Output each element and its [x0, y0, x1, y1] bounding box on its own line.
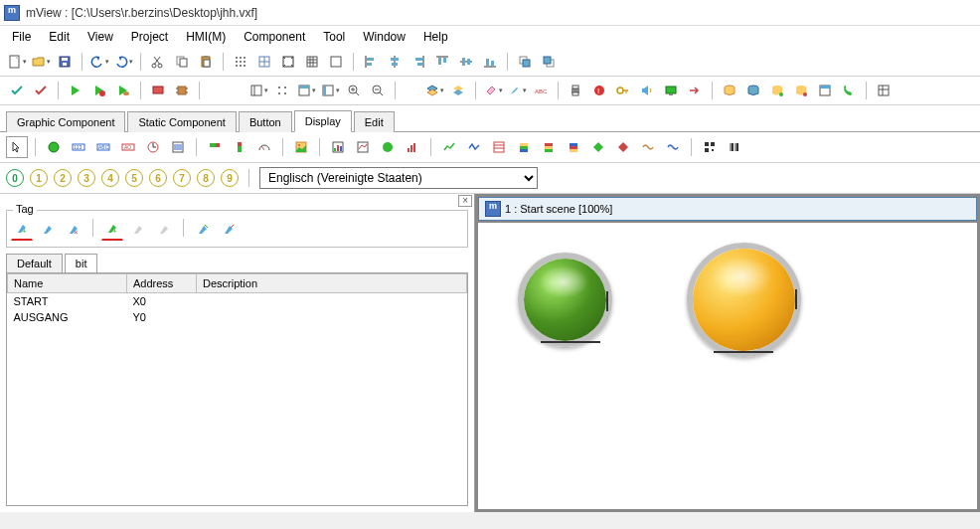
eraser-icon[interactable]: [482, 80, 504, 101]
menu-view[interactable]: View: [80, 28, 121, 46]
panel2-icon[interactable]: [295, 80, 317, 101]
fullscreen-button[interactable]: [277, 51, 299, 73]
db2-icon[interactable]: [742, 80, 764, 101]
col-address[interactable]: Address: [127, 274, 197, 293]
num-display-icon[interactable]: 123: [68, 136, 89, 158]
tag-group-add-icon[interactable]: +: [101, 219, 123, 241]
window-icon[interactable]: [814, 80, 836, 101]
dots-icon[interactable]: [271, 80, 293, 101]
stat-icon[interactable]: [402, 136, 423, 158]
panel3-icon[interactable]: [319, 80, 341, 101]
tab-button[interactable]: Button: [239, 111, 292, 132]
device-icon[interactable]: [147, 80, 169, 101]
play-red-icon[interactable]: [88, 80, 110, 101]
qr-icon[interactable]: [699, 136, 721, 158]
table2-icon[interactable]: [488, 136, 510, 158]
check1-icon[interactable]: [6, 80, 28, 101]
table-row[interactable]: START X0: [8, 293, 467, 310]
lang-5[interactable]: 5: [125, 169, 143, 187]
open-button[interactable]: [30, 51, 52, 73]
layer2-icon[interactable]: [447, 80, 469, 101]
lang-2[interactable]: 2: [54, 169, 72, 187]
col-description[interactable]: Description: [197, 274, 467, 293]
align-bottom-button[interactable]: [479, 51, 501, 73]
canvas-button[interactable]: [325, 51, 347, 73]
gauge-icon[interactable]: [253, 136, 275, 158]
list-icon[interactable]: [167, 136, 189, 158]
undo-button[interactable]: [88, 51, 110, 73]
lang-8[interactable]: 8: [197, 169, 215, 187]
zoom-out-icon[interactable]: [367, 80, 389, 101]
play-green-icon[interactable]: [65, 80, 86, 101]
align-right-button[interactable]: [408, 51, 429, 73]
menu-help[interactable]: Help: [415, 28, 456, 46]
cut-button[interactable]: [147, 51, 169, 73]
menu-hmi[interactable]: HMI(M): [178, 28, 234, 46]
menu-tool[interactable]: Tool: [315, 28, 353, 46]
lang-9[interactable]: 9: [221, 169, 239, 187]
diamond-green-icon[interactable]: [587, 136, 609, 158]
check2-icon[interactable]: [30, 80, 52, 101]
layer-icon[interactable]: [423, 80, 445, 101]
tag-export-icon[interactable]: [218, 219, 240, 241]
tab-graphic-component[interactable]: Graphic Component: [6, 111, 125, 132]
lamp-green[interactable]: [518, 253, 612, 347]
tag-import-icon[interactable]: [192, 219, 214, 241]
menu-project[interactable]: Project: [123, 28, 176, 46]
tab-edit[interactable]: Edit: [354, 111, 395, 132]
send-back-button[interactable]: [538, 51, 560, 73]
lang-1[interactable]: 1: [30, 169, 48, 187]
bring-front-button[interactable]: [514, 51, 536, 73]
tag-tab-bit[interactable]: bit: [65, 254, 98, 272]
menu-edit[interactable]: Edit: [41, 28, 78, 46]
bar1-icon[interactable]: [204, 136, 226, 158]
tag-edit-icon[interactable]: [37, 219, 59, 241]
arrow-icon[interactable]: [684, 80, 706, 101]
brush-icon[interactable]: [506, 80, 528, 101]
scene-canvas[interactable]: [478, 223, 977, 509]
panel1-icon[interactable]: [247, 80, 269, 101]
speaker-icon[interactable]: [636, 80, 658, 101]
panel-close-icon[interactable]: ×: [458, 195, 472, 207]
trend1-icon[interactable]: [438, 136, 460, 158]
lamp-orange[interactable]: [687, 243, 801, 357]
ao-icon[interactable]: AO: [117, 136, 139, 158]
abc-display-icon[interactable]: ABC: [92, 136, 114, 158]
align-top-button[interactable]: [431, 51, 453, 73]
db4-icon[interactable]: [790, 80, 812, 101]
language-select[interactable]: Englisch (Vereinigte Staaten): [259, 167, 538, 189]
grid-lines-button[interactable]: [253, 51, 275, 73]
grid-table-button[interactable]: [301, 51, 323, 73]
copy-button[interactable]: [171, 51, 193, 73]
chart2-icon[interactable]: [352, 136, 374, 158]
bar2-icon[interactable]: [229, 136, 250, 158]
print-icon[interactable]: [565, 80, 586, 101]
db1-icon[interactable]: [719, 80, 740, 101]
diamond-red-icon[interactable]: [612, 136, 634, 158]
circle-green-icon[interactable]: [43, 136, 65, 158]
wave2-icon[interactable]: [662, 136, 684, 158]
redo-button[interactable]: [112, 51, 134, 73]
zoom-in-icon[interactable]: [343, 80, 365, 101]
tab-static-component[interactable]: Static Component: [127, 111, 236, 132]
new-button[interactable]: [6, 51, 28, 73]
wave1-icon[interactable]: [637, 136, 659, 158]
phone-icon[interactable]: [838, 80, 860, 101]
tag-tab-default[interactable]: Default: [6, 254, 63, 272]
trend2-icon[interactable]: [463, 136, 485, 158]
save-button[interactable]: [54, 51, 76, 73]
tag-group-del-icon[interactable]: [153, 219, 175, 241]
chart1-icon[interactable]: [327, 136, 349, 158]
table-row[interactable]: AUSGANG Y0: [8, 309, 467, 325]
play-db-icon[interactable]: [112, 80, 134, 101]
warn-icon[interactable]: !: [588, 80, 610, 101]
align-left-button[interactable]: [360, 51, 382, 73]
tab-display[interactable]: Display: [294, 110, 352, 132]
image-icon[interactable]: [290, 136, 312, 158]
pointer-icon[interactable]: [6, 136, 28, 158]
clock-icon[interactable]: [142, 136, 164, 158]
menu-component[interactable]: Component: [236, 28, 313, 46]
menu-file[interactable]: File: [4, 28, 39, 46]
key-icon[interactable]: [612, 80, 634, 101]
abc-icon[interactable]: ABC: [530, 80, 552, 101]
